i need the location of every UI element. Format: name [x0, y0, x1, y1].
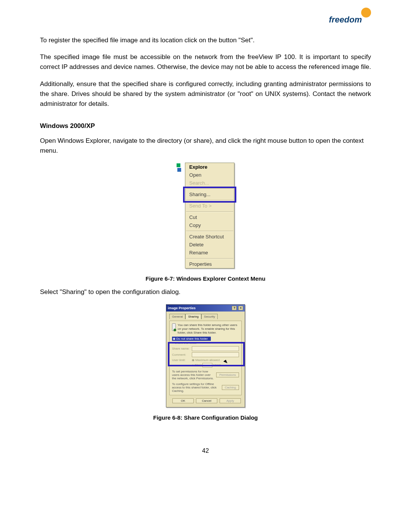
menu-item-copy[interactable]: Copy [185, 221, 234, 229]
section-heading: Windows 2000/XP [40, 122, 371, 130]
figure-caption-2: Figure 6-8: Share Configuration Dialog [40, 414, 371, 421]
figure-share-dialog: image Properties ? × General Sharing Sec… [40, 304, 371, 407]
label-comment: Comment: [172, 353, 190, 356]
logo-text: freedom [329, 15, 362, 24]
menu-item-properties[interactable]: Properties [185, 260, 234, 268]
input-share-name[interactable] [192, 346, 239, 351]
figure-context-menu: Explore Open Search... Sharing... Send T… [40, 163, 371, 268]
help-button[interactable]: ? [232, 306, 237, 310]
paragraph-4: Open Windows Explorer, navigate to the d… [40, 136, 371, 156]
label-share-name: Share name: [172, 347, 190, 350]
paragraph-2: The specified image file must be accessi… [40, 52, 371, 72]
tab-sharing[interactable]: Sharing [185, 314, 201, 319]
apply-button[interactable]: Apply [220, 398, 241, 403]
page-number: 42 [40, 447, 371, 454]
menu-item-shortcut[interactable]: Create Shortcut [185, 233, 234, 241]
share-folder-icon [172, 323, 176, 331]
radio-max-allowed[interactable]: Maximum allowed [195, 358, 220, 362]
paragraph-3: Additionally, ensure that the specified … [40, 79, 371, 109]
properties-dialog: image Properties ? × General Sharing Sec… [166, 304, 245, 407]
menu-item-rename[interactable]: Rename [185, 249, 234, 257]
menu-item-cut[interactable]: Cut [185, 213, 234, 221]
dialog-description: You can share this folder among other us… [178, 323, 239, 335]
desktop-icon [177, 163, 180, 167]
context-menu: Explore Open Search... Sharing... Send T… [185, 163, 234, 268]
permissions-text: To set permissions for how users access … [172, 370, 216, 380]
dialog-title: image Properties [168, 306, 196, 310]
paragraph-1: To register the specified file image and… [40, 35, 371, 45]
caching-text: To configure settings for Offline access… [172, 382, 222, 393]
figure-caption-1: Figure 6-7: Windows Explorer Context Men… [40, 275, 371, 282]
menu-item-explore[interactable]: Explore [185, 163, 234, 171]
menu-item-open[interactable]: Open [185, 171, 234, 179]
logo-header: freedom [40, 11, 371, 25]
input-comment[interactable] [192, 352, 239, 357]
input-user-count[interactable] [202, 363, 212, 367]
tab-security[interactable]: Security [201, 314, 218, 319]
tab-general[interactable]: General [169, 314, 185, 319]
menu-item-delete[interactable]: Delete [185, 241, 234, 249]
menu-item-sharing[interactable]: Sharing... [185, 190, 234, 198]
label-user-limit: User limit: [172, 358, 190, 362]
close-button[interactable]: × [238, 306, 243, 310]
menu-item-sendto[interactable]: Send To > [185, 202, 234, 210]
logo-ball-icon [361, 8, 371, 18]
menu-item-search[interactable]: Search... [185, 179, 234, 187]
caching-button[interactable]: Caching [222, 385, 239, 390]
radio-share-folder[interactable]: ○ Share this folder [172, 341, 239, 345]
paragraph-5: Select "Sharing" to open the configurati… [40, 287, 371, 297]
folder-icon [177, 168, 181, 172]
cancel-button[interactable]: Cancel [196, 398, 217, 403]
radio-allow[interactable]: Allow [194, 363, 202, 367]
permissions-button[interactable]: Permissions [216, 372, 239, 377]
ok-button[interactable]: OK [172, 398, 194, 403]
radio-do-not-share[interactable]: ◉ Do not share this folder [172, 337, 211, 341]
